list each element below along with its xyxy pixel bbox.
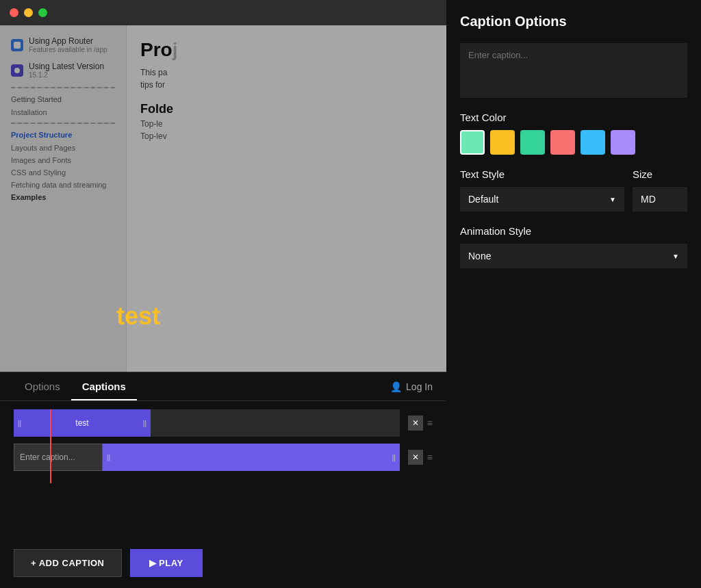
swatch-red[interactable] — [550, 130, 575, 155]
caption-close-2[interactable]: ✕ — [408, 450, 423, 465]
folder-sub-1: Top-le — [140, 119, 433, 129]
swatch-blue[interactable] — [581, 130, 605, 155]
caption-close-1[interactable]: ✕ — [408, 416, 423, 431]
login-link[interactable]: 👤 Log In — [390, 381, 433, 392]
tabs-bar: Options Captions 👤 Log In — [0, 372, 446, 401]
text-style-value: Default — [468, 194, 498, 205]
bottom-section: Options Captions 👤 Log In || test || — [0, 372, 446, 588]
tab-captions[interactable]: Captions — [71, 372, 137, 400]
user-icon: 👤 — [390, 381, 402, 392]
caption-input[interactable] — [460, 43, 687, 98]
nav-examples[interactable]: Examples — [0, 191, 126, 203]
svg-point-1 — [14, 68, 20, 73]
size-value: MD — [641, 194, 656, 205]
nav-getting-started[interactable]: Getting Started — [0, 92, 126, 106]
text-color-label: Text Color — [460, 112, 687, 123]
window-chrome — [0, 0, 446, 25]
nav-layouts[interactable]: Layouts and Pages — [0, 142, 126, 154]
caption-row-2: Enter caption... || || ✕ ≡ — [14, 444, 433, 471]
caption-drag-1[interactable]: ≡ — [427, 418, 433, 429]
traffic-red[interactable] — [10, 8, 18, 17]
nav-item-version-labels: Using Latest Version 15.1.2 — [29, 62, 104, 79]
animation-style-section: Animation Style None ▼ — [460, 225, 687, 268]
text-style-arrow: ▼ — [609, 196, 616, 203]
caption-bar-filled-1[interactable]: || test || — [14, 409, 151, 437]
play-button[interactable]: ▶ PLAY — [130, 549, 203, 577]
content-area: Proj This patips for Folde Top-le Top-le… — [127, 25, 446, 372]
drag-handle-right-2: || — [392, 454, 396, 461]
swatch-green-light[interactable] — [460, 130, 485, 155]
nav-item-version[interactable]: Using Latest Version 15.1.2 — [0, 57, 126, 83]
nav-images[interactable]: Images and Fonts — [0, 154, 126, 166]
test-overlay-text: test — [116, 302, 160, 331]
bottom-buttons: + ADD CAPTION ▶ PLAY — [0, 538, 446, 588]
style-size-row: Text Style Default ▼ Size MD — [460, 168, 687, 212]
playhead — [50, 409, 51, 483]
animation-style-arrow: ▼ — [672, 253, 679, 260]
tab-options[interactable]: Options — [14, 372, 71, 400]
size-label: Size — [633, 168, 687, 180]
drag-handle-right-1: || — [143, 420, 146, 427]
size-dropdown[interactable]: MD — [633, 187, 687, 212]
size-col: Size MD — [633, 168, 687, 212]
login-label: Log In — [406, 381, 433, 392]
caption-bar-empty-1 — [151, 409, 400, 437]
nav-router-label: Using App Router — [29, 36, 107, 46]
traffic-green[interactable] — [38, 8, 47, 17]
version-icon — [11, 64, 23, 77]
animation-style-dropdown[interactable]: None ▼ — [460, 244, 687, 268]
swatch-purple[interactable] — [611, 130, 635, 155]
caption-row-1: || test || ✕ ≡ — [14, 409, 433, 437]
color-swatches — [460, 130, 687, 155]
nav-fetching[interactable]: Fetching data and streaming — [0, 179, 126, 191]
add-caption-button[interactable]: + ADD CAPTION — [14, 549, 122, 577]
caption-bar-filled-2[interactable]: || || — [103, 444, 400, 471]
drag-handle-left-2: || — [107, 454, 110, 461]
nav-separator-middle — [11, 123, 115, 124]
animation-style-label: Animation Style — [460, 225, 687, 237]
text-style-size-section: Text Style Default ▼ Size MD — [460, 168, 687, 212]
nav-css[interactable]: CSS and Styling — [0, 166, 126, 179]
nav-item-router[interactable]: Using App Router Features available in /… — [0, 32, 126, 57]
traffic-yellow[interactable] — [24, 8, 33, 17]
animation-style-value: None — [468, 251, 491, 261]
timeline-area: || test || ✕ ≡ Enter caption... — [0, 401, 446, 538]
preview-area: Using App Router Features available in /… — [0, 25, 446, 372]
text-style-dropdown[interactable]: Default ▼ — [460, 187, 624, 212]
nav-project-structure[interactable]: Project Structure — [0, 128, 126, 142]
content-text: This patips for — [140, 66, 433, 91]
nav-version-label: Using Latest Version — [29, 62, 104, 71]
caption-controls-2: ✕ ≡ — [408, 450, 433, 465]
caption-placeholder-2: Enter caption... — [20, 452, 75, 462]
folder-sub-2: Top-lev — [140, 131, 433, 141]
caption-controls-1: ✕ ≡ — [408, 416, 433, 431]
text-style-label: Text Style — [460, 168, 624, 180]
caption-drag-2[interactable]: ≡ — [427, 452, 433, 463]
text-style-col: Text Style Default ▼ — [460, 168, 624, 212]
right-panel: Caption Options Text Color Text Style De… — [446, 0, 701, 588]
swatch-yellow[interactable] — [490, 130, 515, 155]
router-icon — [11, 39, 23, 51]
sidebar-navigation: Using App Router Features available in /… — [0, 25, 127, 372]
content-title: Proj — [140, 39, 433, 61]
nav-version-sublabel: 15.1.2 — [29, 71, 104, 79]
folder-title: Folde — [140, 102, 433, 116]
caption-text-label-2[interactable]: Enter caption... — [14, 444, 103, 471]
swatch-green[interactable] — [520, 130, 545, 155]
nav-separator-top — [11, 87, 115, 88]
nav-installation[interactable]: Installation — [0, 106, 126, 118]
caption-text-1: test — [75, 418, 88, 428]
browser-content: Using App Router Features available in /… — [0, 25, 446, 372]
panel-title: Caption Options — [460, 14, 687, 29]
nav-item-router-labels: Using App Router Features available in /… — [29, 36, 107, 53]
svg-rect-0 — [14, 42, 21, 49]
nav-router-sublabel: Features available in /app — [29, 46, 107, 53]
left-panel: Using App Router Features available in /… — [0, 0, 446, 588]
drag-handle-left-1: || — [18, 420, 21, 427]
text-color-section: Text Color — [460, 112, 687, 155]
